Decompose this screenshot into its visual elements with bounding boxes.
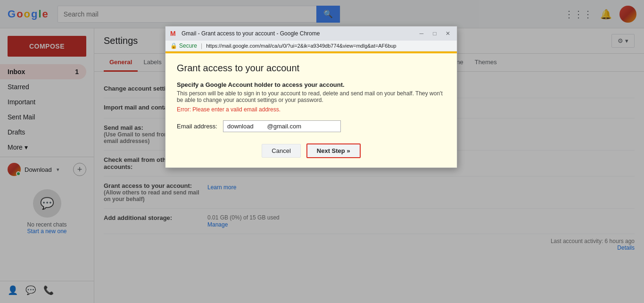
dialog-buttons: Cancel Next Step » xyxy=(177,143,446,158)
browser-popup: M Gmail - Grant access to your account -… xyxy=(165,26,457,168)
favicon: M xyxy=(170,30,178,37)
dialog-title: Grant access to your account xyxy=(177,63,446,74)
browser-title: Gmail - Grant access to your account - G… xyxy=(182,30,413,37)
address-url[interactable]: https://mail.google.com/mail/ca/u/0/?ui=… xyxy=(206,43,396,49)
cancel-button[interactable]: Cancel xyxy=(262,144,300,158)
dialog-desc-main: Specify a Google Account holder to acces… xyxy=(177,81,446,88)
dialog-desc-sub: This person will be able to sign in to y… xyxy=(177,90,446,103)
lock-icon: 🔒 xyxy=(170,42,177,49)
browser-controls: ─ □ ✕ xyxy=(417,29,452,38)
maximize-button[interactable]: □ xyxy=(430,29,439,38)
dialog-content: Grant access to your account Specify a G… xyxy=(165,51,457,168)
secure-badge: 🔒 Secure xyxy=(170,42,197,49)
secure-text: Secure xyxy=(179,42,197,49)
next-step-button[interactable]: Next Step » xyxy=(306,143,361,158)
url-divider: | xyxy=(201,42,202,49)
email-field-label: Email address: xyxy=(177,123,217,130)
browser-titlebar: M Gmail - Grant access to your account -… xyxy=(165,26,457,41)
dialog-desc-block: Specify a Google Account holder to acces… xyxy=(177,81,446,113)
browser-addressbar: 🔒 Secure | https://mail.google.com/mail/… xyxy=(165,41,457,51)
minimize-button[interactable]: ─ xyxy=(417,29,426,38)
close-button[interactable]: ✕ xyxy=(444,29,452,38)
email-field-row: Email address: xyxy=(177,120,446,132)
email-input[interactable] xyxy=(223,120,341,132)
gmail-favicon-icon: M xyxy=(170,30,176,37)
dialog-error: Error: Please enter a valid email addres… xyxy=(177,106,446,113)
